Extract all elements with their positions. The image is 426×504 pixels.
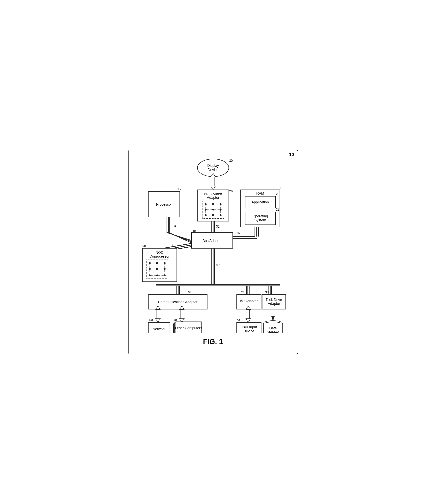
ref-20: 20 [276, 192, 279, 196]
display-device-label2: Device [208, 168, 219, 172]
user-input-label1: User Input [241, 325, 257, 329]
bus-to-io [246, 286, 249, 294]
ref-26: 26 [229, 190, 233, 193]
io-adapter-label1: I/O Adapter [240, 299, 258, 303]
ref-48: 48 [173, 318, 177, 322]
ref-44: 44 [236, 319, 240, 322]
ref-28: 28 [142, 245, 146, 248]
ref-30: 30 [229, 159, 233, 163]
svg-marker-74 [156, 319, 160, 322]
noc-video-grid [202, 201, 224, 218]
os-label2: System [254, 218, 266, 222]
noc-coprocessor-label2: Coprocessor [149, 255, 169, 259]
ref-40: 40 [216, 263, 220, 266]
svg-rect-72 [157, 309, 159, 319]
bus-processor-busadapter: 34 [167, 217, 192, 243]
ref-16: 16 [236, 231, 240, 235]
data-storage-label2: Storage [267, 330, 279, 333]
noc-coprocessor-label1: NOC [156, 251, 163, 255]
bus-horizontal-bottom [156, 283, 280, 286]
bus-adapter-label: Bus Adapter [202, 239, 221, 243]
svg-marker-6 [211, 186, 215, 190]
other-comp-label: Other Computers [175, 326, 202, 330]
bus-to-comm [177, 286, 179, 294]
svg-rect-75 [180, 309, 183, 319]
ref-50: 50 [149, 318, 153, 322]
arrow-io-userinput [246, 306, 251, 322]
ref-36: 36 [171, 244, 174, 247]
disk-adapter-label2: Adapter [268, 302, 280, 306]
data-storage-label1: Data [269, 326, 277, 330]
application-label: Application [251, 200, 269, 204]
diagram-svg: Display Device 30 NOC Video Adapter 26 [136, 156, 290, 333]
ref-38: 38 [265, 291, 269, 294]
ram-label: RAM [256, 191, 264, 195]
comm-adapter-label: Communications Adapter [158, 300, 197, 304]
bus-down-40: 40 [212, 248, 220, 284]
arrow-comm-network [156, 306, 160, 322]
ref-42: 42 [241, 291, 244, 294]
ref-18: 18 [192, 229, 196, 233]
page-wrapper: 10 Display Device [128, 150, 298, 354]
ref-34: 34 [173, 224, 176, 228]
noc-video-label2: Adapter [207, 196, 219, 200]
arrow-display-noc [211, 173, 215, 190]
ref-14: 14 [278, 186, 282, 190]
arrow-comm-othercomp [179, 306, 184, 322]
bus-nocvideo-busadapter: 32 [212, 221, 220, 233]
bus-to-disk [269, 286, 271, 294]
bus-ram-busadapter: 16 [233, 227, 258, 240]
ref-22: 22 [276, 208, 279, 211]
diagram-outer: 10 Display Device [128, 150, 298, 354]
svg-marker-80 [246, 319, 251, 322]
corner-ref: 10 [289, 152, 294, 157]
noc-coprocessor-grid [146, 260, 168, 278]
user-input-label2: Device [243, 329, 254, 333]
processor-label: Processor [156, 202, 172, 206]
ref-46: 46 [187, 291, 191, 294]
ref-32: 32 [216, 225, 219, 228]
svg-rect-4 [212, 177, 214, 186]
ref-12: 12 [178, 187, 181, 191]
svg-rect-78 [247, 309, 249, 319]
display-device-label1: Display [207, 164, 219, 168]
fig-number: FIG. 1 [136, 338, 290, 346]
disk-adapter-label1: Disk Drive [266, 298, 282, 302]
os-label1: Operating [252, 214, 268, 218]
svg-line-28 [170, 233, 191, 243]
network-label: Network [153, 327, 165, 331]
